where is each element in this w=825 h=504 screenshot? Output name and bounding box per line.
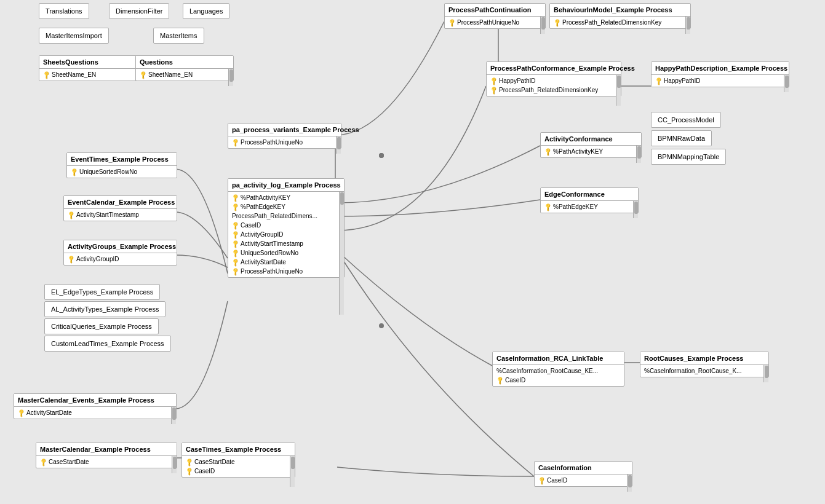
key-icon: 🔑 <box>66 210 76 219</box>
key-icon: 🔑 <box>543 202 552 211</box>
eventtimes-field-1: 🔑 UniqueSortedRowNo <box>67 167 177 176</box>
key-icon: 🔑 <box>231 258 240 267</box>
key-icon: 🔑 <box>543 147 552 156</box>
eventcalendar-field-1: 🔑 ActivityStartTimestamp <box>64 210 177 219</box>
key-icon: 🔑 <box>138 70 148 79</box>
key-icon: 🔑 <box>231 248 240 258</box>
caseinformationrca-header: CaseInformation_RCA_LinkTable <box>493 352 624 365</box>
key-icon: 🔑 <box>537 476 546 485</box>
questions-node: Questions 🔑 SheetName_EN <box>135 55 234 81</box>
mastercalendar-node: MasterCalendar_Example Process 🔑 CaseSta… <box>36 443 177 468</box>
key-icon: 🔑 <box>552 18 562 27</box>
key-icon: 🔑 <box>489 76 498 85</box>
key-icon: 🔑 <box>447 18 456 27</box>
processpathcontinuation-node: ProcessPathContinuation 🔑 ProcessPathUni… <box>444 3 546 29</box>
processpathconformance-header: ProcessPathConformance_Example Process <box>487 62 621 75</box>
key-icon: 🔑 <box>231 202 240 211</box>
masteritemsimport-node: MasterItemsImport <box>39 28 109 44</box>
key-icon: 🔑 <box>185 457 194 467</box>
eventtimes-node: EventTimes_Example Process 🔑 UniqueSorte… <box>66 152 177 178</box>
mastercalendar-field-1: 🔑 CaseStartDate <box>36 457 177 467</box>
questions-field-1: 🔑 SheetName_EN <box>136 70 233 79</box>
eventcalendar-node: EventCalendar_Example Process 🔑 Activity… <box>63 195 177 221</box>
sheetsquestions-node: SheetsQuestions 🔑 SheetName_EN <box>39 55 137 81</box>
key-icon: 🔑 <box>489 85 498 95</box>
svg-point-3 <box>379 153 384 158</box>
eventtimes-header: EventTimes_Example Process <box>67 153 177 166</box>
key-icon: 🔑 <box>185 467 194 476</box>
key-icon: 🔑 <box>39 457 48 467</box>
criticalqueries-node: CriticalQueries_Example Process <box>44 318 159 334</box>
key-icon: 🔑 <box>42 70 51 79</box>
svg-point-1 <box>379 153 384 158</box>
key-icon: 🔑 <box>66 254 76 264</box>
paprocessvariants-field-1: 🔑 ProcessPathUniqueNo <box>228 138 341 147</box>
activitygroups-field-1: 🔑 ActivityGroupID <box>64 254 177 264</box>
sheetsquestions-field-1: 🔑 SheetName_EN <box>39 70 137 79</box>
processpathconformance-node: ProcessPathConformance_Example Process 🔑… <box>486 61 621 96</box>
questions-header: Questions <box>136 56 233 69</box>
mastercalendar-header: MasterCalendar_Example Process <box>36 443 177 456</box>
behaviourinmodel-node: BehaviourInModel_Example Process 🔑 Proce… <box>549 3 691 29</box>
rootcauses-header: RootCauses_Example Process <box>640 352 768 365</box>
happypathdescription-header: HappyPathDescription_Example Process <box>652 62 789 75</box>
edgeconformance-header: EdgeConformance <box>541 188 638 201</box>
key-icon: 🔑 <box>70 167 79 176</box>
edgeconformance-node: EdgeConformance 🔑 %PathEdgeKEY <box>540 187 639 213</box>
behaviourinmodel-header: BehaviourInModel_Example Process <box>550 4 690 17</box>
key-icon: 🔑 <box>231 221 240 230</box>
key-icon: 🔑 <box>231 239 240 248</box>
activitygroups-header: ActivityGroups_Example Process <box>64 240 177 253</box>
mastercalendarevents-node: MasterCalendar_Events_Example Process 🔑 … <box>14 393 177 419</box>
svg-point-2 <box>379 323 384 328</box>
processpathcontinuation-header: ProcessPathContinuation <box>445 4 545 17</box>
mastercalendarevents-header: MasterCalendar_Events_Example Process <box>14 394 176 407</box>
happypathdescription-node: HappyPathDescription_Example Process 🔑 H… <box>651 61 789 87</box>
paprocessvariants-node: pa_process_variants_Example Process 🔑 Pr… <box>228 123 341 149</box>
paactivitylog-node: pa_activity_log_Example Process 🔑 %PathA… <box>228 178 345 278</box>
activityconformance-header: ActivityConformance <box>541 133 641 146</box>
key-icon: 🔑 <box>17 408 26 417</box>
rootcauses-node: RootCauses_Example Process %CaseInformat… <box>640 352 769 377</box>
key-icon: 🔑 <box>231 267 240 276</box>
casetimes-header: CaseTimes_Example Process <box>182 443 295 456</box>
activityconformance-node: ActivityConformance 🔑 %PathActivityKEY <box>540 132 642 158</box>
caseinformationrca-node: CaseInformation_RCA_LinkTable %CaseInfor… <box>492 352 624 387</box>
paactivitylog-header: pa_activity_log_Example Process <box>228 179 344 192</box>
diagram-canvas: Translations DimensionFilter Languages M… <box>0 0 825 504</box>
customleadtimes-node: CustomLeadTimes_Example Process <box>44 336 171 352</box>
ccprocessmodel-node: CC_ProcessModel <box>651 112 721 128</box>
key-icon: 🔑 <box>231 138 240 147</box>
sheetsquestions-header: SheetsQuestions <box>39 56 137 69</box>
casetimes-node: CaseTimes_Example Process 🔑 CaseStartDat… <box>181 443 295 478</box>
alactivitytypes-node: AL_ActivityTypes_Example Process <box>44 301 165 317</box>
key-icon: 🔑 <box>654 76 663 85</box>
paprocessvariants-header: pa_process_variants_Example Process <box>228 124 341 136</box>
translations-node: Translations <box>39 3 89 19</box>
key-icon: 🔑 <box>231 193 240 202</box>
eventcalendar-header: EventCalendar_Example Process <box>64 196 177 209</box>
mastercalendarevents-field-1: 🔑 ActivityStartDate <box>14 408 176 417</box>
key-icon: 🔑 <box>495 376 504 385</box>
key-icon: 🔑 <box>231 230 240 239</box>
caseinformation-node: CaseInformation 🔑 CaseID <box>534 461 632 487</box>
dimensionfilter-node: DimensionFilter <box>109 3 169 19</box>
eledgetypes-node: EL_EdgeTypes_Example Process <box>44 284 160 300</box>
bpmnrawdata-node: BPMNRawData <box>651 130 712 146</box>
masteritems-node: MasterItems <box>153 28 204 44</box>
bpmnmappingtable-node: BPMNMappingTable <box>651 149 726 165</box>
activitygroups-node: ActivityGroups_Example Process 🔑 Activit… <box>63 240 177 266</box>
languages-node: Languages <box>183 3 229 19</box>
caseinformation-header: CaseInformation <box>535 462 632 474</box>
